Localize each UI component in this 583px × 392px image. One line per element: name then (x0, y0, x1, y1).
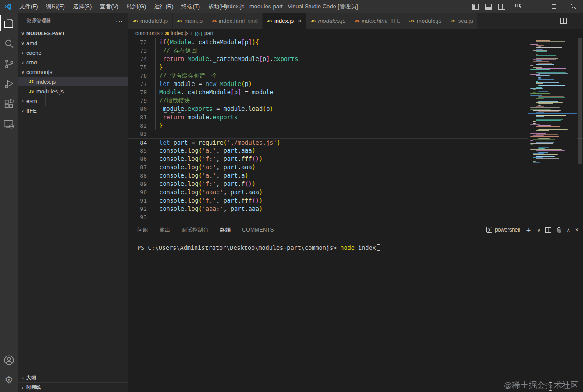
line-number: 83 (128, 130, 147, 138)
outline-section[interactable]: › 大纲 (18, 373, 128, 382)
code-line-85[interactable]: 85 console.log('a:', part.aaa) (128, 146, 583, 155)
menu-编辑(E)[interactable]: 编辑(E) (42, 0, 69, 13)
panel-tab-COMMENTS[interactable]: COMMENTS (242, 222, 274, 237)
code-line-91[interactable]: 91 console.log('f:', part.fff()) (128, 196, 583, 205)
code-line-92[interactable]: 92 console.log('aaa:', part.aaa) (128, 205, 583, 213)
terminal-instance[interactable]: ❯ powershell (486, 227, 520, 233)
breadcrumb-item-commonjs[interactable]: commonjs (135, 30, 160, 36)
split-terminal-icon[interactable] (545, 227, 551, 233)
tab-index.html-IIFE[interactable]: <>index.htmlIIFE (350, 13, 405, 29)
explorer-more-actions-icon[interactable]: ··· (116, 18, 123, 25)
code-line-78[interactable]: 78 Module._catcheModule[p] = module (128, 88, 583, 96)
maximize-button[interactable] (544, 0, 564, 13)
tree-item-IIFE[interactable]: ›IIFE (18, 106, 128, 115)
panel-tab-输出[interactable]: 输出 (160, 222, 171, 237)
customize-layout-icon[interactable] (512, 0, 525, 13)
code-line-89[interactable]: 89 console.log('f:', part.f()) (128, 180, 583, 188)
maximize-panel-icon[interactable]: ∧ (567, 227, 570, 233)
menu-查看(V)[interactable]: 查看(V) (96, 0, 122, 13)
tab-index.html-cmd[interactable]: <>index.htmlcmd (207, 13, 263, 29)
source-control-icon[interactable] (0, 53, 18, 74)
tree-item-label: cache (26, 50, 42, 56)
code-text: console.log('f:', part.fff()) (152, 155, 263, 163)
code-line-90[interactable]: 90 console.log('aaa:', part.aaa) (128, 188, 583, 196)
terminal-dropdown-icon[interactable]: ∨ (537, 228, 540, 232)
tree-item-commonjs[interactable]: ∨commonjs (18, 67, 128, 77)
tab-index.js[interactable]: JSindex.js× (263, 13, 306, 29)
scrollbar-thumb[interactable] (578, 38, 582, 164)
tab-module.js[interactable]: JSmodule.js (405, 13, 446, 29)
tab-label: modules.js (318, 18, 345, 24)
tab-modules.js[interactable]: JSmodules.js (306, 13, 350, 29)
menu-文件(F)[interactable]: 文件(F) (15, 0, 42, 13)
tree-item-modules.js[interactable]: JSmodules.js (18, 86, 128, 96)
tree-item-cache[interactable]: ›cache (18, 48, 128, 57)
code-line-73[interactable]: 73 // 存在返回 (128, 46, 583, 55)
code-line-72[interactable]: 72 if(Module._catcheModule[p]){ (128, 38, 583, 46)
panel-tab-调试控制台[interactable]: 调试控制台 (181, 222, 209, 237)
code-line-79[interactable]: 79 //加载模块 (128, 96, 583, 105)
editor-actions: ··· (560, 13, 583, 29)
close-window-button[interactable] (564, 0, 583, 13)
code-line-81[interactable]: 81 return module.exports (128, 113, 583, 121)
code-line-86[interactable]: 86 console.log('f:', part.fff()) (128, 155, 583, 163)
minimap-line (538, 138, 550, 139)
terminal-content[interactable]: PS C:\Users\Administrator\Desktop\module… (128, 237, 583, 251)
js-file-icon: JS (165, 32, 169, 36)
accounts-icon[interactable] (0, 350, 18, 370)
new-terminal-icon[interactable]: ＋ (525, 225, 532, 235)
remote-explorer-icon[interactable] (0, 114, 18, 134)
menu-转到(G)[interactable]: 转到(G) (123, 0, 150, 13)
editor-group: JSmodule3.jsJSmain.js<>index.htmlcmdJSin… (128, 13, 583, 392)
code-line-77[interactable]: 77 let module = new Module(p) (128, 80, 583, 88)
tree-item-cmd[interactable]: ›cmd (18, 57, 128, 67)
chevron-down-icon: ∨ (19, 69, 26, 75)
kill-terminal-trash-icon[interactable] (556, 227, 562, 233)
code-line-75[interactable]: 75 } (128, 63, 583, 71)
code-editor[interactable]: 72 if(Module._catcheModule[p]){73 // 存在返… (128, 38, 583, 222)
code-line-76[interactable]: 76 // 没有缓存创建一个 (128, 71, 583, 80)
tree-item-esm[interactable]: ›esm (18, 96, 128, 106)
timeline-section[interactable]: › 时间线 (18, 382, 128, 392)
breadcrumb-item-index.js[interactable]: JSindex.js (165, 30, 188, 36)
code-line-84[interactable]: 84 let part = require('./modules.js') (128, 138, 583, 146)
split-editor-icon[interactable] (560, 18, 567, 24)
toggle-secondary-sidebar-icon[interactable] (495, 0, 508, 13)
minimap-line (533, 59, 556, 60)
code-line-83[interactable]: 83 (128, 130, 583, 138)
code-text: if(Module._catcheModule[p]){ (152, 38, 259, 46)
extensions-icon[interactable] (0, 94, 18, 114)
tab-main.js[interactable]: JSmain.js (173, 13, 207, 29)
breadcrumb-item-part[interactable]: [@]part (194, 30, 213, 36)
code-line-88[interactable]: 88 console.log('a:', part.a) (128, 171, 583, 180)
settings-gear-icon[interactable]: ⚙ (0, 370, 18, 390)
code-line-93[interactable]: 93 (128, 213, 583, 221)
code-line-80[interactable]: 80 module.exports = module.load(p) (128, 105, 583, 113)
tree-item-amd[interactable]: ∨amd (18, 38, 128, 48)
toggle-panel-icon[interactable] (482, 0, 495, 13)
close-tab-icon[interactable]: × (298, 18, 302, 24)
minimize-button[interactable] (525, 0, 544, 13)
close-panel-icon[interactable]: × (575, 226, 579, 233)
search-icon[interactable] (0, 33, 18, 53)
more-editor-actions-icon[interactable]: ··· (571, 17, 579, 25)
code-line-87[interactable]: 87 console.log('a:', part.aaa) (128, 163, 583, 171)
run-and-debug-icon[interactable] (0, 74, 18, 94)
code-text: module.exports = module.load(p) (152, 105, 273, 113)
tab-sea.js[interactable]: JSsea.js (446, 13, 478, 29)
minimap-line (533, 100, 557, 100)
menu-运行(R)[interactable]: 运行(R) (150, 0, 177, 13)
menu-选择(S)[interactable]: 选择(S) (69, 0, 96, 13)
code-line-82[interactable]: 82 } (128, 121, 583, 130)
tab-module3.js[interactable]: JSmodule3.js (128, 13, 173, 29)
workspace-root-section[interactable]: ∨ MODULES-PART (18, 29, 128, 38)
panel-tab-问题[interactable]: 问题 (137, 222, 148, 237)
tree-item-index.js[interactable]: JSindex.js (18, 77, 128, 86)
panel-tab-终端[interactable]: 终端 (220, 222, 231, 237)
menu-终端(T)[interactable]: 终端(T) (177, 0, 204, 13)
code-line-74[interactable]: 74 return Module._catcheModule[p].export… (128, 55, 583, 63)
explorer-icon[interactable] (0, 13, 18, 33)
editor-scrollbar[interactable] (577, 38, 583, 222)
toggle-sidebar-icon[interactable] (469, 0, 482, 13)
minimap[interactable] (528, 38, 577, 222)
